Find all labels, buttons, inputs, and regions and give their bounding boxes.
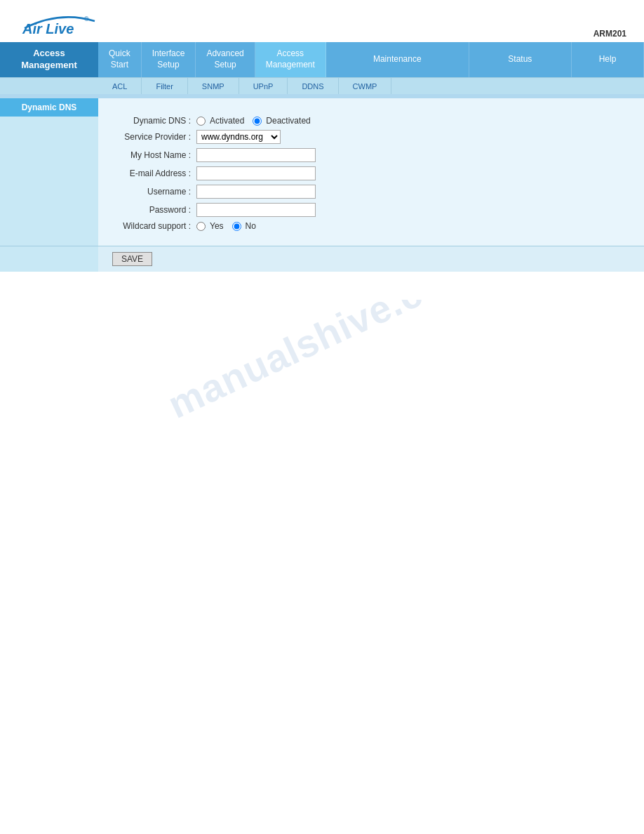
model-number: ARM201 (593, 29, 630, 39)
sub-nav-item-snmp[interactable]: SNMP (188, 78, 239, 94)
airlive-logo: Air Live ® (14, 7, 105, 39)
wildcard-no-label: No (246, 221, 256, 231)
save-button[interactable]: SAVE (112, 252, 152, 266)
activated-radio[interactable] (196, 117, 206, 126)
email-address-control (196, 166, 316, 180)
password-control (196, 203, 316, 217)
dynamic-dns-row: Dynamic DNS : Activated Deactivated (112, 116, 630, 126)
wildcard-no-radio[interactable] (232, 222, 241, 231)
service-provider-label: Service Provider : (112, 132, 196, 142)
deactivated-label: Deactivated (266, 116, 310, 126)
sub-nav-items: ACL Filter SNMP UPnP DDNS CWMP (98, 78, 644, 94)
nav-item-quick-start[interactable]: Quick Start (98, 42, 142, 77)
nav-item-maintenance[interactable]: Maintenance (326, 42, 469, 77)
username-label: Username : (112, 187, 196, 197)
email-address-input[interactable] (196, 166, 316, 180)
main-nav: Access Management Quick Start Interface … (0, 42, 644, 77)
watermark-area: manualshive.com (0, 300, 644, 510)
sub-nav-item-filter[interactable]: Filter (142, 78, 187, 94)
sub-nav-item-ddns[interactable]: DDNS (288, 78, 338, 94)
nav-item-help[interactable]: Help (572, 42, 644, 77)
nav-item-interface-setup[interactable]: Interface Setup (142, 42, 196, 77)
main-content: Dynamic DNS : Activated Deactivated Serv… (98, 98, 644, 246)
save-bar-spacer (0, 246, 98, 272)
nav-item-advanced-setup[interactable]: Advanced Setup (196, 42, 255, 77)
ddns-form: Dynamic DNS : Activated Deactivated Serv… (112, 116, 630, 231)
nav-item-status[interactable]: Status (469, 42, 572, 77)
wildcard-support-row: Wildcard support : Yes No (112, 221, 630, 231)
header: Air Live ® ARM201 (0, 0, 644, 42)
wildcard-yes-radio[interactable] (196, 222, 206, 231)
activated-label: Activated (210, 116, 244, 126)
service-provider-select[interactable]: www.dyndns.org (196, 130, 281, 144)
my-host-name-input[interactable] (196, 148, 316, 162)
sub-nav-item-acl[interactable]: ACL (98, 78, 142, 94)
my-host-name-row: My Host Name : (112, 148, 630, 162)
nav-items: Quick Start Interface Setup Advanced Set… (98, 42, 644, 77)
username-row: Username : (112, 185, 630, 199)
sub-nav-item-upnp[interactable]: UPnP (239, 78, 288, 94)
sidebar: Dynamic DNS (0, 98, 98, 246)
wildcard-yes-label: Yes (210, 221, 224, 231)
svg-text:Air Live: Air Live (22, 21, 74, 37)
logo-area: Air Live ® (14, 7, 105, 39)
email-address-label: E-mail Address : (112, 168, 196, 178)
deactivated-radio[interactable] (253, 117, 262, 126)
password-label: Password : (112, 205, 196, 215)
my-host-name-label: My Host Name : (112, 150, 196, 160)
nav-brand: Access Management (0, 42, 98, 77)
username-input[interactable] (196, 185, 316, 199)
my-host-name-control (196, 148, 316, 162)
wildcard-support-label: Wildcard support : (112, 221, 196, 231)
save-bar-content: SAVE (98, 246, 644, 272)
username-control (196, 185, 316, 199)
password-input[interactable] (196, 203, 316, 217)
sub-nav: ACL Filter SNMP UPnP DDNS CWMP (0, 77, 644, 94)
save-bar: SAVE (0, 246, 644, 272)
sub-nav-item-cwmp[interactable]: CWMP (339, 78, 392, 94)
sidebar-title: Dynamic DNS (0, 98, 98, 117)
dynamic-dns-label: Dynamic DNS : (112, 116, 196, 126)
wildcard-support-control: Yes No (196, 221, 262, 231)
content-area: Dynamic DNS Dynamic DNS : Activated Deac… (0, 98, 644, 246)
svg-text:®: ® (84, 15, 89, 22)
service-provider-control: www.dyndns.org (196, 130, 281, 144)
sub-nav-spacer (0, 78, 98, 94)
email-address-row: E-mail Address : (112, 166, 630, 180)
service-provider-row: Service Provider : www.dyndns.org (112, 130, 630, 144)
watermark-text: manualshive.com (161, 300, 483, 428)
password-row: Password : (112, 203, 630, 217)
nav-item-access-management[interactable]: Access Management (255, 42, 326, 77)
sidebar-body (0, 117, 98, 236)
dynamic-dns-control: Activated Deactivated (196, 116, 316, 126)
